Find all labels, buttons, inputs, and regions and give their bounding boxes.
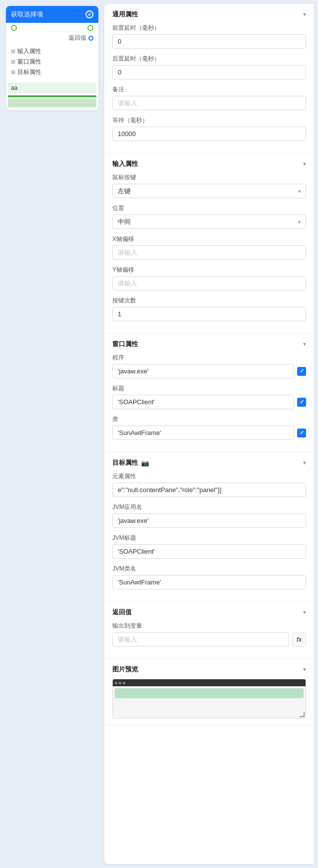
section-return-title: 返回值: [112, 608, 132, 617]
field-post-delay: 后置延时（毫秒）: [112, 55, 306, 79]
field-position: 位置 中间 左上 右下 ▾: [112, 204, 306, 229]
field-jvm-app: JVM应用名: [112, 503, 306, 528]
class-row: [112, 426, 306, 440]
title-row: [112, 395, 306, 409]
section-general-title: 通用属性: [112, 10, 138, 19]
mouse-btn-wrapper: 左键 右键 中键 ▾: [112, 184, 306, 198]
fx-button[interactable]: fx: [292, 633, 306, 647]
output-var-input[interactable]: [112, 632, 289, 647]
attr-window: ⊞ 窗口属性: [11, 57, 93, 67]
element-attr-input[interactable]: [112, 483, 306, 497]
section-target: 目标属性 📷 ▾ 元素属性 JVM应用名 JVM标题 JVM类名: [104, 452, 314, 602]
program-checkbox[interactable]: [297, 367, 306, 376]
jvm-class-input[interactable]: [112, 575, 306, 589]
jvm-app-input[interactable]: [112, 513, 306, 528]
node-ports: [6, 23, 98, 33]
field-wait: 等待（毫秒）: [112, 116, 306, 141]
pre-delay-input[interactable]: [112, 34, 306, 49]
section-target-title: 目标属性: [112, 458, 138, 467]
remark-label: 备注: [112, 85, 306, 94]
node-text-display: aa: [8, 82, 96, 93]
output-var-label: 输出到变量: [112, 622, 306, 630]
wait-input[interactable]: [112, 127, 306, 141]
field-element-attr: 元素属性: [112, 472, 306, 497]
output-var-row: fx: [112, 632, 306, 647]
field-remark: 备注: [112, 85, 306, 110]
click-count-label: 按键次数: [112, 296, 306, 305]
program-row: [112, 364, 306, 378]
image-preview-inner: [113, 679, 306, 718]
position-wrapper: 中间 左上 右下 ▾: [112, 215, 306, 229]
node-header: 获取选择项 ⊕: [6, 6, 98, 23]
section-general-header[interactable]: 通用属性 ▾: [112, 10, 306, 19]
section-target-header[interactable]: 目标属性 📷 ▾: [112, 458, 306, 467]
section-image-header[interactable]: 图片预览 ▾: [112, 665, 306, 674]
port-right: [87, 25, 93, 31]
left-panel: 获取选择项 ⊕ 返回值 ⊞ 输入属性 ⊞ 窗口属性 ⊞ 目标属性: [0, 0, 104, 868]
jvm-title-input[interactable]: [112, 544, 306, 559]
target-title-group: 目标属性 📷: [112, 458, 149, 467]
attr-input: ⊞ 输入属性: [11, 46, 93, 57]
field-output-var: 输出到变量 fx: [112, 622, 306, 647]
chevron-down-icon-4: ▾: [303, 459, 306, 466]
camera-icon: 📷: [141, 459, 149, 467]
element-attr-label: 元素属性: [112, 472, 306, 481]
position-select[interactable]: 中间 左上 右下: [112, 215, 306, 229]
section-general: 通用属性 ▾ 前置延时（毫秒） 后置延时（毫秒） 备注 等待（毫秒）: [104, 4, 314, 153]
mouse-btn-select[interactable]: 左键 右键 中键: [112, 184, 306, 198]
chevron-down-icon-3: ▾: [303, 341, 306, 348]
field-class: 类: [112, 415, 306, 440]
y-offset-input[interactable]: [112, 276, 306, 290]
chevron-down-icon-5: ▾: [303, 609, 306, 616]
input-bar: [8, 98, 96, 107]
section-return-header[interactable]: 返回值 ▾: [112, 608, 306, 617]
title-label: 标题: [112, 384, 306, 393]
attr-input-label: 输入属性: [17, 47, 41, 56]
jvm-title-label: JVM标题: [112, 534, 306, 542]
post-delay-input[interactable]: [112, 65, 306, 79]
remark-input[interactable]: [112, 96, 306, 110]
class-checkbox[interactable]: [297, 429, 306, 437]
section-input-header[interactable]: 输入属性 ▾: [112, 159, 306, 168]
field-jvm-title: JVM标题: [112, 534, 306, 559]
pre-delay-label: 前置延时（毫秒）: [112, 24, 306, 32]
mouse-btn-label: 鼠标按键: [112, 173, 306, 182]
plus-icon: ⊞: [11, 48, 15, 55]
plus-icon-2: ⊞: [11, 59, 15, 65]
return-dot: [88, 36, 93, 41]
section-image-preview: 图片预览 ▾: [104, 659, 314, 725]
section-image-title: 图片预览: [112, 665, 138, 674]
selected-bar: [8, 95, 96, 97]
resize-handle-icon[interactable]: [300, 712, 305, 717]
program-input[interactable]: [112, 364, 294, 378]
right-panel: 通用属性 ▾ 前置延时（毫秒） 后置延时（毫秒） 备注 等待（毫秒） 输入属性 …: [104, 4, 314, 864]
x-offset-input[interactable]: [112, 245, 306, 260]
class-label: 类: [112, 415, 306, 424]
jvm-class-label: JVM类名: [112, 565, 306, 573]
attr-target: ⊞ 目标属性: [11, 67, 93, 77]
section-input: 输入属性 ▾ 鼠标按键 左键 右键 中键 ▾ 位置 中间 左上 右下: [104, 153, 314, 334]
jvm-app-label: JVM应用名: [112, 503, 306, 511]
field-jvm-class: JVM类名: [112, 565, 306, 589]
post-delay-label: 后置延时（毫秒）: [112, 55, 306, 63]
plus-icon-3: ⊞: [11, 69, 15, 75]
port-left: [11, 25, 17, 31]
img-content-row: [115, 688, 304, 698]
x-offset-label: X轴偏移: [112, 235, 306, 243]
return-value-label: 返回值: [69, 34, 86, 42]
section-window-title: 窗口属性: [112, 340, 138, 349]
click-count-input[interactable]: [112, 307, 306, 321]
section-input-title: 输入属性: [112, 159, 138, 168]
title-input[interactable]: [112, 395, 294, 409]
node-card: 获取选择项 ⊕ 返回值 ⊞ 输入属性 ⊞ 窗口属性 ⊞ 目标属性: [6, 6, 98, 110]
section-window-header[interactable]: 窗口属性 ▾: [112, 340, 306, 349]
return-value-row: 返回值: [6, 33, 98, 44]
program-label: 程序: [112, 354, 306, 362]
field-title: 标题: [112, 384, 306, 409]
image-preview-box: [112, 679, 306, 719]
attr-target-label: 目标属性: [17, 68, 41, 76]
class-input[interactable]: [112, 426, 294, 440]
field-pre-delay: 前置延时（毫秒）: [112, 24, 306, 49]
chevron-down-icon-6: ▾: [303, 666, 306, 673]
title-checkbox[interactable]: [297, 398, 306, 407]
